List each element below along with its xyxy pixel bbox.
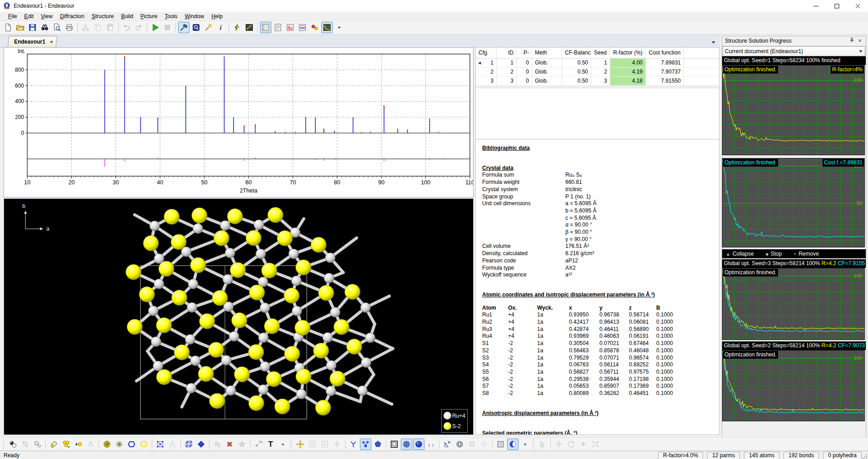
close-button[interactable] (847, 0, 868, 12)
balls-chain-icon[interactable] (360, 439, 371, 450)
spheres-bw-icon[interactable] (7, 439, 19, 450)
s-atom (246, 230, 261, 246)
toolbar-grip[interactable] (532, 439, 534, 449)
sphere-solid-icon[interactable] (413, 439, 424, 450)
toolbar-grip[interactable] (290, 439, 292, 449)
chart-options-icon[interactable] (244, 22, 255, 33)
atom-delete-red-icon[interactable] (224, 439, 235, 450)
menu-file[interactable]: File (5, 12, 20, 20)
sphere-detach-icon[interactable] (32, 439, 43, 450)
pin-icon[interactable] (848, 37, 856, 44)
svg-text:80: 80 (334, 179, 340, 186)
ru-atom (187, 302, 197, 312)
diamond-blue-icon[interactable] (195, 439, 207, 450)
config-table-row[interactable]: 330Glob.0.5034.187.91550 (476, 77, 719, 86)
view-report-icon[interactable] (272, 22, 284, 33)
menu-tools[interactable]: Tools (161, 12, 181, 20)
find-icon[interactable] (39, 22, 50, 33)
atoms-yellow-add-icon[interactable] (60, 439, 72, 450)
resize-grip[interactable] (862, 453, 868, 459)
toolbar-separator (175, 23, 176, 33)
open-file-icon[interactable] (15, 22, 26, 33)
document-selector-combo[interactable]: Current document (Endeavour1) (723, 46, 865, 56)
sphere-hatch-icon[interactable] (401, 439, 412, 450)
move-colored-icon[interactable] (294, 439, 306, 450)
s-atom (143, 236, 159, 251)
print-preview-icon[interactable] (51, 22, 63, 33)
atom-plus-icon[interactable] (73, 439, 84, 450)
angle-blue-icon[interactable] (348, 439, 359, 450)
cube-icon[interactable] (183, 439, 195, 450)
configuration-table[interactable]: Cfg.IDP-MethCF-BalanceSeedR-factor (%)Co… (476, 48, 719, 139)
run-icon[interactable] (150, 22, 161, 33)
s-atom (208, 342, 224, 357)
view-pattern-icon[interactable] (284, 22, 296, 33)
minimize-button[interactable] (805, 0, 826, 12)
diffraction-pattern-panel[interactable]: Int.020040060080010203040506070809010011… (4, 47, 474, 197)
ring-dotted-icon[interactable] (114, 439, 125, 450)
menu-view[interactable]: View (37, 12, 56, 20)
view-config-list-icon[interactable] (260, 22, 271, 33)
examine-solution-icon[interactable] (190, 22, 202, 33)
config-table-row[interactable]: 220Glob.0.5024.197.90737 (476, 68, 719, 77)
poly-blue-icon[interactable] (372, 439, 384, 450)
menu-diffraction[interactable]: Diffraction (56, 12, 88, 20)
report-row: Formula sumRu₄ S₈ (482, 172, 719, 179)
toolbar-grip[interactable] (3, 439, 5, 449)
wizard-icon[interactable] (203, 22, 214, 33)
caret-small-icon[interactable] (277, 439, 289, 450)
net-icon[interactable] (155, 439, 166, 450)
plot-metric-label: Cost f.=7.89831 (823, 159, 864, 167)
cell: 0.50 (562, 77, 591, 85)
document-pane: Cfg.IDP-MethCF-BalanceSeedR-factor (%)Co… (475, 47, 719, 435)
save-file-icon[interactable] (27, 22, 38, 33)
atoms-pair-small-icon[interactable] (425, 439, 437, 450)
hex-blue-icon[interactable] (126, 439, 137, 450)
view-hkl-icon[interactable]: hkl (297, 22, 308, 33)
config-table-row[interactable] (476, 88, 719, 89)
ru-atom (258, 385, 268, 395)
pattern-box-icon[interactable] (495, 439, 506, 450)
cell: 2 (476, 68, 497, 76)
tab-list-dropdown-icon[interactable] (712, 41, 715, 44)
structure-viewer-panel[interactable]: ba Ru+4S-2 (4, 198, 474, 435)
status-box: 192 bonds (783, 452, 819, 459)
ring-target-icon[interactable] (101, 439, 113, 450)
menu-window[interactable]: Window (181, 12, 208, 20)
text-tool-icon[interactable]: T (265, 439, 276, 450)
menu-build[interactable]: Build (117, 12, 137, 20)
tab-close-icon[interactable]: × (50, 39, 53, 44)
structure-solution-icon[interactable] (178, 22, 190, 33)
tab-endeavour1[interactable]: Endeavour1 × (8, 36, 58, 47)
view-progress-icon[interactable] (321, 22, 333, 33)
info-icon[interactable]: i (215, 22, 226, 33)
config-table-row[interactable]: 110Glob.0.5014.007.89831◀ (476, 59, 719, 68)
quick-opt-icon[interactable] (231, 22, 243, 33)
fe-label-icon[interactable]: Fe (253, 439, 264, 450)
svg-text:Fe: Fe (259, 440, 263, 444)
print-icon[interactable] (64, 22, 75, 33)
globe-icon[interactable] (454, 439, 465, 450)
menu-help[interactable]: Help (208, 12, 226, 20)
menu-picture[interactable]: Picture (137, 12, 161, 20)
ru-atom (151, 336, 161, 346)
dock-button-row: ▲Collapse■Stop×Remove (722, 249, 866, 258)
collapse-button[interactable]: ▲Collapse (726, 251, 754, 257)
caret-small-icon[interactable] (519, 439, 531, 450)
hex-yellow-icon[interactable] (138, 439, 150, 450)
more-dropdown-icon[interactable] (334, 22, 345, 33)
remove-button[interactable]: ×Remove (793, 251, 819, 257)
stop-button[interactable]: ■Stop (766, 251, 782, 257)
frame-box-icon[interactable] (389, 439, 400, 450)
ru-atom (326, 386, 336, 396)
menu-structure[interactable]: Structure (88, 12, 118, 20)
view-structure-icon[interactable] (309, 22, 320, 33)
paint-bucket-icon[interactable] (48, 439, 60, 450)
moon-icon[interactable] (507, 439, 519, 450)
maximize-button[interactable] (826, 0, 847, 12)
optimization-run-header: Global opt. Seed=2 Steps=58214 100% R=4.… (722, 341, 866, 350)
protractor-icon[interactable] (442, 439, 453, 450)
menu-edit[interactable]: Edit (20, 12, 37, 20)
new-file-icon[interactable] (2, 22, 14, 33)
dock-close-icon[interactable]: × (856, 38, 864, 44)
